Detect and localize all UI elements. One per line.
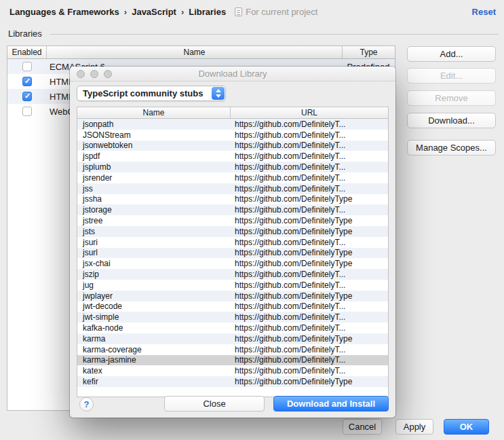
library-url: https://github.com/DefinitelyT... bbox=[231, 301, 388, 311]
library-row[interactable]: jstorage https://github.com/DefinitelyT.… bbox=[77, 204, 388, 215]
library-row[interactable]: jsx-chai https://github.com/DefinitelyTy… bbox=[77, 258, 388, 269]
breadcrumb: Languages & Frameworks › JavaScript › Li… bbox=[9, 7, 317, 17]
library-name: jsurl bbox=[77, 248, 231, 257]
manage-scopes-button[interactable]: Manage Scopes... bbox=[407, 140, 496, 155]
library-name: jsonpath bbox=[77, 120, 231, 129]
window-controls bbox=[77, 70, 112, 78]
library-row[interactable]: jsurl https://github.com/DefinitelyType bbox=[77, 248, 388, 259]
enabled-checkbox[interactable] bbox=[22, 92, 32, 101]
column-header-name: Name bbox=[47, 46, 342, 58]
apply-button[interactable]: Apply bbox=[395, 419, 433, 435]
library-name: karma-jasmine bbox=[77, 355, 231, 365]
column-header-url: URL bbox=[231, 107, 388, 118]
library-name: jsx-chai bbox=[77, 259, 231, 268]
close-window-icon[interactable] bbox=[77, 70, 85, 78]
library-row[interactable]: karma-coverage https://github.com/Defini… bbox=[77, 344, 388, 355]
remove-button[interactable]: Remove bbox=[407, 90, 496, 106]
chevron-down-icon bbox=[216, 94, 221, 98]
library-name: jwt-simple bbox=[77, 312, 231, 322]
library-url: https://github.com/DefinitelyT... bbox=[231, 355, 388, 365]
library-row[interactable]: jsplumb https://github.com/DefinitelyT..… bbox=[77, 162, 388, 172]
ok-button[interactable]: OK bbox=[444, 419, 489, 435]
library-url: https://github.com/DefinitelyType bbox=[231, 216, 388, 225]
minimize-window-icon[interactable] bbox=[90, 70, 98, 78]
library-name: jsplumb bbox=[77, 162, 231, 172]
library-row[interactable]: jwt-simple https://github.com/Definitely… bbox=[77, 312, 388, 323]
column-header-name: Name bbox=[77, 107, 231, 118]
library-name: jspdf bbox=[77, 151, 231, 161]
library-name: jstree bbox=[77, 216, 231, 225]
library-url: https://github.com/DefinitelyT... bbox=[231, 141, 388, 150]
library-row[interactable]: jwt-decode https://github.com/Definitely… bbox=[77, 301, 388, 312]
library-name: jsts bbox=[77, 227, 231, 236]
breadcrumb-separator: › bbox=[124, 7, 127, 17]
reset-link[interactable]: Reset bbox=[472, 7, 496, 17]
library-name: jwt-decode bbox=[77, 301, 231, 311]
library-row[interactable]: kafka-node https://github.com/Definitely… bbox=[77, 323, 388, 333]
library-name: jstorage bbox=[77, 205, 231, 215]
library-row[interactable]: jsts https://github.com/DefinitelyType bbox=[77, 226, 388, 237]
library-name: jwplayer bbox=[77, 291, 231, 301]
enabled-checkbox[interactable] bbox=[22, 62, 32, 71]
add-button[interactable]: Add... bbox=[407, 46, 496, 62]
scope-note: For current project bbox=[235, 7, 317, 17]
download-list-header: Name URL bbox=[77, 107, 388, 119]
breadcrumb-libraries: Libraries bbox=[189, 7, 226, 17]
library-url: https://github.com/DefinitelyType bbox=[231, 259, 388, 268]
library-row[interactable]: jsonpath https://github.com/DefinitelyT.… bbox=[77, 119, 388, 130]
enabled-checkbox[interactable] bbox=[22, 107, 32, 116]
library-row[interactable]: jstree https://github.com/DefinitelyType bbox=[77, 215, 388, 226]
library-url: https://github.com/DefinitelyType bbox=[231, 334, 388, 344]
library-url: https://github.com/DefinitelyType bbox=[231, 248, 388, 257]
library-name: jug bbox=[77, 280, 231, 290]
enabled-checkbox[interactable] bbox=[22, 77, 32, 86]
help-button[interactable]: ? bbox=[79, 397, 94, 411]
library-url: https://github.com/DefinitelyT... bbox=[231, 173, 388, 183]
column-header-type: Type bbox=[342, 46, 395, 58]
library-row[interactable]: karma-jasmine https://github.com/Definit… bbox=[77, 355, 388, 366]
zoom-window-icon[interactable] bbox=[104, 70, 112, 78]
enabled-cell bbox=[7, 62, 47, 71]
column-header-enabled: Enabled bbox=[7, 46, 47, 58]
library-row[interactable]: karma https://github.com/DefinitelyType bbox=[77, 333, 388, 344]
library-url: https://github.com/DefinitelyT... bbox=[231, 280, 388, 290]
library-url: https://github.com/DefinitelyT... bbox=[231, 205, 388, 215]
library-row[interactable]: jss https://github.com/DefinitelyT... bbox=[77, 183, 388, 194]
library-row[interactable]: jug https://github.com/DefinitelyT... bbox=[77, 280, 388, 291]
library-name: kefir bbox=[77, 377, 231, 386]
library-url: https://github.com/DefinitelyT... bbox=[231, 366, 388, 375]
stub-source-select[interactable]: TypeScript community stubs bbox=[77, 86, 226, 101]
library-row[interactable]: JSONStream https://github.com/Definitely… bbox=[77, 130, 388, 141]
library-url: https://github.com/DefinitelyType bbox=[231, 194, 388, 204]
library-row[interactable]: jwplayer https://github.com/DefinitelyTy… bbox=[77, 291, 388, 301]
library-row[interactable]: jsonwebtoken https://github.com/Definite… bbox=[77, 141, 388, 151]
library-row[interactable]: jsuri https://github.com/DefinitelyT... bbox=[77, 237, 388, 248]
library-row[interactable]: jssha https://github.com/DefinitelyType bbox=[77, 194, 388, 205]
download-and-install-button[interactable]: Download and Install bbox=[273, 396, 389, 411]
download-list-body: jsonpath https://github.com/DefinitelyT.… bbox=[77, 119, 388, 387]
library-row[interactable]: jszip https://github.com/DefinitelyT... bbox=[77, 269, 388, 280]
dialog-titlebar[interactable]: Download Library bbox=[70, 67, 395, 81]
library-row[interactable]: jspdf https://github.com/DefinitelyT... bbox=[77, 151, 388, 162]
cancel-button[interactable]: Cancel bbox=[343, 419, 382, 435]
library-name: jsuri bbox=[77, 238, 231, 247]
edit-button[interactable]: Edit... bbox=[407, 68, 496, 84]
library-row[interactable]: katex https://github.com/DefinitelyT... bbox=[77, 365, 388, 376]
library-url: https://github.com/DefinitelyType bbox=[231, 291, 388, 301]
breadcrumb-languages-frameworks[interactable]: Languages & Frameworks bbox=[9, 7, 119, 17]
library-url: https://github.com/DefinitelyT... bbox=[231, 238, 388, 247]
close-dialog-button[interactable]: Close bbox=[164, 396, 265, 411]
library-url: https://github.com/DefinitelyT... bbox=[231, 162, 388, 172]
library-url: https://github.com/DefinitelyT... bbox=[231, 345, 388, 354]
library-url: https://github.com/DefinitelyType bbox=[231, 377, 388, 386]
breadcrumb-javascript[interactable]: JavaScript bbox=[132, 7, 176, 17]
library-row[interactable]: kefir https://github.com/DefinitelyType bbox=[77, 376, 388, 387]
library-row[interactable]: jsrender https://github.com/DefinitelyT.… bbox=[77, 172, 388, 183]
dialog-title: Download Library bbox=[198, 69, 267, 79]
section-title: Libraries bbox=[8, 29, 42, 39]
settings-window: Languages & Frameworks › JavaScript › Li… bbox=[0, 0, 504, 440]
download-button[interactable]: Download... bbox=[407, 113, 496, 128]
library-name: karma-coverage bbox=[77, 345, 231, 354]
scope-note-label: For current project bbox=[246, 7, 317, 17]
library-name: karma bbox=[77, 334, 231, 344]
